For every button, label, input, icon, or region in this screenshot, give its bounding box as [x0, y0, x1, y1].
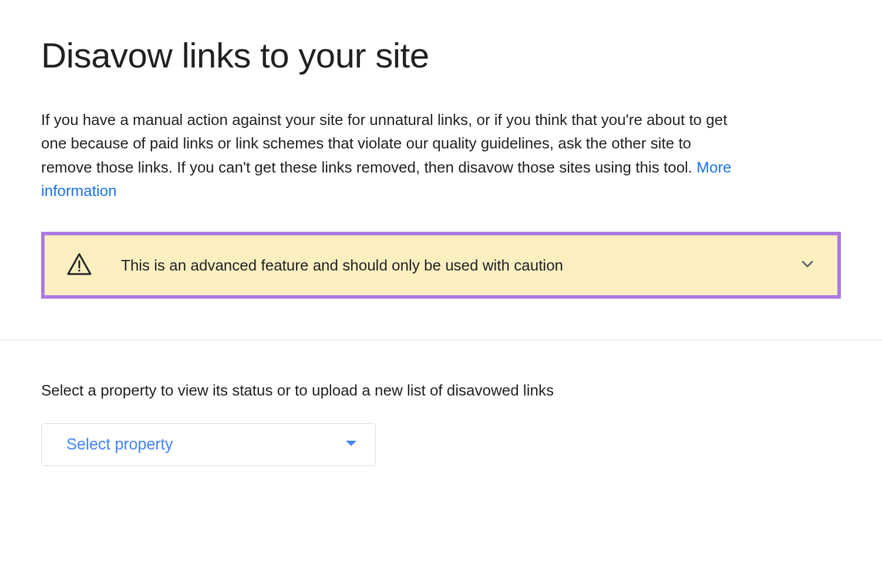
chevron-down-icon [800, 256, 815, 274]
dropdown-arrow-icon [345, 440, 358, 450]
property-select-placeholder: Select property [66, 435, 173, 454]
warning-triangle-icon [67, 253, 92, 278]
page-title: Disavow links to your site [41, 35, 841, 76]
select-property-label: Select a property to view its status or … [41, 381, 841, 400]
warning-text: This is an advanced feature and should o… [121, 256, 788, 275]
svg-point-1 [78, 269, 80, 272]
page-description: If you have a manual action against your… [41, 108, 746, 202]
description-text: If you have a manual action against your… [41, 111, 727, 176]
property-select-dropdown[interactable]: Select property [41, 423, 376, 466]
section-divider [0, 340, 882, 340]
warning-banner[interactable]: This is an advanced feature and should o… [41, 232, 841, 299]
